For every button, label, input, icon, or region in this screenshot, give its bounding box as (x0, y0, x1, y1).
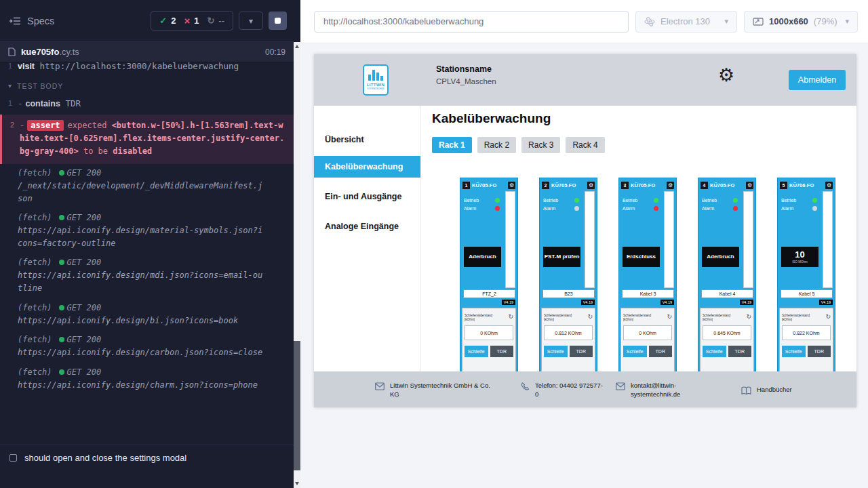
manuals-link[interactable]: Handbücher (757, 386, 792, 394)
resistance-value: 0 KOhm (465, 325, 513, 340)
fetch-log-entry[interactable]: (fetch)GET 200 https://api.iconify.desig… (0, 331, 294, 363)
scrollbar-thumb[interactable] (294, 341, 300, 470)
spec-header[interactable]: kue705fo.cy.ts 00:19 (0, 42, 294, 62)
command-message: TDR (65, 98, 81, 108)
footer-email[interactable]: kontakt@littwin-systemtechnik.de (616, 380, 741, 399)
cable-name-input[interactable]: FTZ_2 (463, 289, 515, 298)
sidebar-item-analoge-eingaenge[interactable]: Analoge Eingänge (314, 211, 420, 241)
device-card: 5 KÜ706-FO ⚙ Betrieb Alarm 10 (777, 178, 835, 371)
fetch-status: GET 200 (67, 303, 102, 312)
device-gear-icon[interactable]: ⚙ (508, 182, 515, 189)
fetch-url: https://api.iconify.design/charm.json?ic… (18, 379, 263, 392)
resistance-panel: Schleifenwiderstand [kOhm] ↻ 0.812 KOhm … (541, 308, 595, 371)
pending-test[interactable]: should open and close the settings modal (0, 445, 294, 470)
refresh-icon[interactable]: ↻ (587, 314, 593, 320)
alarm-led (654, 206, 658, 211)
viewport-selector[interactable]: 1000x660 (79%) ▾ (744, 11, 858, 33)
alarm-led (812, 206, 817, 211)
tab-rack-4[interactable]: Rack 4 (566, 137, 604, 153)
cable-name-input[interactable]: Kabel 3 (622, 289, 674, 298)
cable-name-input[interactable]: Kabel 4 (701, 289, 753, 298)
alarm-label: Alarm (464, 206, 476, 211)
collapse-reporter-button[interactable]: ▾ (239, 12, 263, 30)
tdr-button[interactable]: TDR (649, 346, 673, 357)
stop-tests-button[interactable] (269, 12, 287, 30)
sidebar-item-ein-und-ausgaenge[interactable]: Ein- und Ausgänge (314, 182, 420, 211)
logout-button[interactable]: Abmelden (789, 70, 846, 90)
stat-pending: ↻-- (207, 16, 224, 26)
device-gear-icon[interactable]: ⚙ (746, 182, 753, 189)
cable-name-input[interactable]: B23 (542, 289, 595, 298)
refresh-icon[interactable]: ↻ (825, 314, 831, 320)
device-model-label: KÜ705-FO (551, 182, 585, 188)
app-preview-area: LITTWIN SYSTEMTECHNIK Stationsname CPLV4… (300, 43, 868, 488)
device-gear-icon[interactable]: ⚙ (667, 182, 674, 189)
schleife-button[interactable]: Schleife (703, 346, 726, 357)
resistance-value: 0.645 KOhm (703, 325, 751, 340)
device-card: 2 KÜ705-FO ⚙ Betrieb Alarm PST-M prüfen (539, 178, 597, 371)
specs-menu-button[interactable]: Specs (9, 16, 54, 26)
command-number: 2 (2, 119, 20, 159)
rack-tabs: Rack 1 Rack 2 Rack 3 Rack 4 (432, 137, 856, 153)
tab-rack-2[interactable]: Rack 2 (477, 137, 516, 153)
footer-company: Littwin Systemtechnik GmbH & Co. KG (375, 380, 521, 399)
schleife-button[interactable]: Schleife (465, 346, 488, 357)
tab-rack-1[interactable]: Rack 1 (432, 137, 472, 153)
fetch-url: https://api.iconify.design/carbon.json?i… (18, 346, 263, 359)
scrollbar-track[interactable] (294, 42, 300, 488)
scroll-down-arrow-icon[interactable] (295, 482, 299, 485)
fetch-log-entry[interactable]: (fetch)GET 200 https://api.iconify.desig… (0, 299, 294, 331)
betrieb-led (574, 198, 579, 203)
browser-selector[interactable]: Electron 130 ▾ (635, 11, 737, 33)
fetch-status: GET 200 (67, 213, 102, 222)
tdr-button[interactable]: TDR (570, 346, 593, 357)
spec-file-icon (8, 47, 16, 56)
tab-rack-3[interactable]: Rack 3 (521, 137, 560, 153)
command-visit[interactable]: 1 visit http://localhost:3000/kabelueber… (0, 62, 294, 76)
refresh-icon[interactable]: ↻ (746, 314, 751, 320)
spec-extension: .cy.ts (59, 47, 79, 57)
fetch-log-entry[interactable]: (fetch)GET 200 https://api.iconify.desig… (0, 209, 294, 253)
cross-icon: × (184, 15, 190, 26)
electron-browser-icon (644, 16, 655, 27)
scroll-up-arrow-icon[interactable] (295, 45, 299, 48)
tdr-button[interactable]: TDR (490, 346, 514, 357)
app-header: LITTWIN SYSTEMTECHNIK Stationsname CPLV4… (314, 54, 856, 106)
pending-count: -- (218, 16, 224, 26)
email-address[interactable]: kontakt@littwin-systemtechnik.de (631, 382, 700, 399)
device-gear-icon[interactable]: ⚙ (825, 182, 833, 189)
schleife-button[interactable]: Schleife (544, 346, 568, 357)
station-name: CPLV4_Maschen (436, 76, 496, 87)
pending-test-title: should open and close the settings modal (24, 453, 186, 463)
device-number-badge: 3 (621, 182, 629, 189)
sidebar-item-kabelueberwachung[interactable]: Kabelüberwachung (314, 156, 420, 178)
fetch-label: (fetch) (18, 367, 52, 377)
resistance-panel: Schleifenwiderstand [kOhm] ↻ 0.822 KOhm … (779, 308, 833, 371)
fetch-log-entry[interactable]: (fetch)GET 200 /_next/static/development… (0, 164, 294, 209)
settings-gear-icon[interactable]: ⚙ (718, 66, 734, 85)
app-sidebar: Übersicht Kabelüberwachung Ein- und Ausg… (314, 106, 421, 371)
check-icon: ✓ (159, 16, 167, 26)
app-main-content: Kabelüberwachung Rack 1 Rack 2 Rack 3 Ra… (421, 106, 856, 371)
command-number: 1 (0, 62, 18, 73)
cable-name-input[interactable]: Kabel 5 (781, 289, 833, 298)
command-contains[interactable]: 1 -contains TDR (0, 95, 294, 113)
footer-manuals[interactable]: Handbücher (741, 384, 792, 395)
url-input[interactable]: http://localhost:3000/kabelueberwachung (314, 11, 629, 33)
command-assert-failed[interactable]: 2 -assertexpected <button.w-[50%].h-[1.5… (0, 115, 294, 165)
refresh-icon[interactable]: ↻ (667, 314, 672, 320)
refresh-icon[interactable]: ↻ (508, 314, 513, 320)
resistance-label: Schleifenwiderstand [kOhm] (544, 314, 582, 321)
specs-label: Specs (27, 16, 54, 26)
device-gear-icon[interactable]: ⚙ (587, 182, 595, 189)
test-body-section-toggle[interactable]: ▾ TEST BODY (0, 76, 294, 95)
schleife-button[interactable]: Schleife (782, 346, 806, 357)
sidebar-item-uebersicht[interactable]: Übersicht (314, 127, 420, 152)
fetch-log-entry[interactable]: (fetch)GET 200 https://api.iconify.desig… (0, 253, 294, 298)
tdr-button[interactable]: TDR (728, 346, 752, 357)
betrieb-led (495, 198, 500, 203)
fetch-log-entry[interactable]: (fetch)GET 200 https://api.iconify.desig… (0, 363, 294, 396)
tdr-button[interactable]: TDR (808, 346, 831, 357)
fetch-label: (fetch) (18, 168, 52, 178)
schleife-button[interactable]: Schleife (623, 346, 647, 357)
